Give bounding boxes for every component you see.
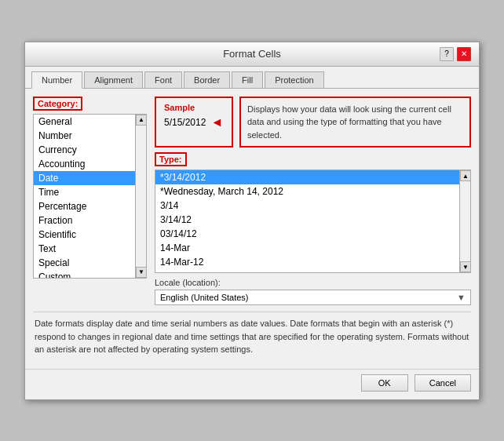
category-item-custom[interactable]: Custom: [34, 270, 135, 278]
category-item-accounting[interactable]: Accounting: [34, 157, 135, 171]
tab-alignment[interactable]: Alignment: [84, 71, 143, 88]
type-item-5[interactable]: 14-Mar: [155, 241, 459, 255]
category-item-general[interactable]: General: [34, 115, 135, 129]
sample-section: Sample 5/15/2012 ◄: [155, 97, 233, 148]
tab-fill[interactable]: Fill: [232, 71, 263, 88]
locale-section: Locale (location): English (United State…: [155, 278, 471, 305]
category-label: Category:: [33, 97, 82, 111]
sample-date: 5/15/2012: [164, 117, 206, 128]
locale-select[interactable]: English (United States) ▼: [155, 290, 471, 305]
arrow-icon: ◄: [210, 115, 223, 129]
dialog-title: Format Cells: [64, 48, 440, 60]
scroll-up-btn[interactable]: ▲: [136, 115, 147, 126]
category-panel: Category: General Number Currency Accoun…: [33, 97, 147, 306]
title-buttons: ? ✕: [440, 47, 471, 61]
top-right: Sample 5/15/2012 ◄ Displays how your dat…: [155, 97, 471, 148]
tab-protection[interactable]: Protection: [265, 71, 324, 88]
category-item-special[interactable]: Special: [34, 256, 135, 270]
type-section: Type: *3/14/2012 *Wednesday, March 14, 2…: [155, 152, 471, 273]
type-list[interactable]: *3/14/2012 *Wednesday, March 14, 2012 3/…: [155, 170, 459, 272]
scroll-track: [136, 126, 146, 267]
type-label: Type:: [155, 152, 187, 166]
category-list-container: General Number Currency Accounting Date …: [33, 114, 147, 279]
category-item-fraction[interactable]: Fraction: [34, 213, 135, 228]
type-item-0[interactable]: *3/14/2012: [155, 170, 459, 184]
type-item-6[interactable]: 14-Mar-12: [155, 255, 459, 269]
category-list[interactable]: General Number Currency Accounting Date …: [34, 115, 135, 278]
tab-content: Category: General Number Currency Accoun…: [25, 89, 479, 369]
tab-border[interactable]: Border: [184, 71, 230, 88]
help-button[interactable]: ?: [440, 47, 454, 61]
type-scroll-up-btn[interactable]: ▲: [460, 170, 471, 181]
sample-value: 5/15/2012 ◄: [164, 115, 224, 129]
sample-label: Sample: [164, 103, 224, 112]
category-scrollbar[interactable]: ▲ ▼: [135, 115, 146, 278]
tab-font[interactable]: Font: [144, 71, 182, 88]
locale-label: Locale (location):: [155, 278, 471, 287]
tabs-container: Number Alignment Font Border Fill Protec…: [25, 67, 479, 89]
button-row: OK Cancel: [25, 369, 479, 399]
description-text: Date formats display date and time seria…: [33, 312, 471, 361]
type-list-container: *3/14/2012 *Wednesday, March 14, 2012 3/…: [155, 169, 471, 273]
close-button[interactable]: ✕: [457, 47, 471, 61]
cancel-button[interactable]: Cancel: [415, 374, 471, 392]
type-scroll-down-btn[interactable]: ▼: [460, 261, 471, 272]
type-item-1[interactable]: *Wednesday, March 14, 2012: [155, 184, 459, 199]
type-item-2[interactable]: 3/14: [155, 199, 459, 213]
category-item-percentage[interactable]: Percentage: [34, 199, 135, 213]
main-area: Category: General Number Currency Accoun…: [33, 97, 471, 306]
category-item-text[interactable]: Text: [34, 242, 135, 256]
info-box: Displays how your data will look using t…: [239, 97, 471, 148]
category-item-time[interactable]: Time: [34, 185, 135, 199]
type-scrollbar[interactable]: ▲ ▼: [459, 170, 470, 272]
type-item-4[interactable]: 03/14/12: [155, 227, 459, 241]
scroll-down-btn[interactable]: ▼: [136, 267, 147, 278]
category-item-date[interactable]: Date: [34, 171, 135, 185]
type-item-3[interactable]: 3/14/12: [155, 213, 459, 227]
tab-number[interactable]: Number: [31, 71, 82, 89]
locale-value: English (United States): [160, 293, 249, 302]
locale-dropdown-icon: ▼: [457, 293, 466, 302]
type-scroll-track: [460, 181, 470, 261]
category-item-scientific[interactable]: Scientific: [34, 228, 135, 242]
right-panel: Sample 5/15/2012 ◄ Displays how your dat…: [155, 97, 471, 306]
ok-button[interactable]: OK: [361, 374, 408, 392]
category-item-number[interactable]: Number: [34, 129, 135, 143]
title-bar: Format Cells ? ✕: [25, 42, 479, 67]
format-cells-dialog: Format Cells ? ✕ Number Alignment Font B…: [24, 42, 480, 400]
category-item-currency[interactable]: Currency: [34, 143, 135, 157]
